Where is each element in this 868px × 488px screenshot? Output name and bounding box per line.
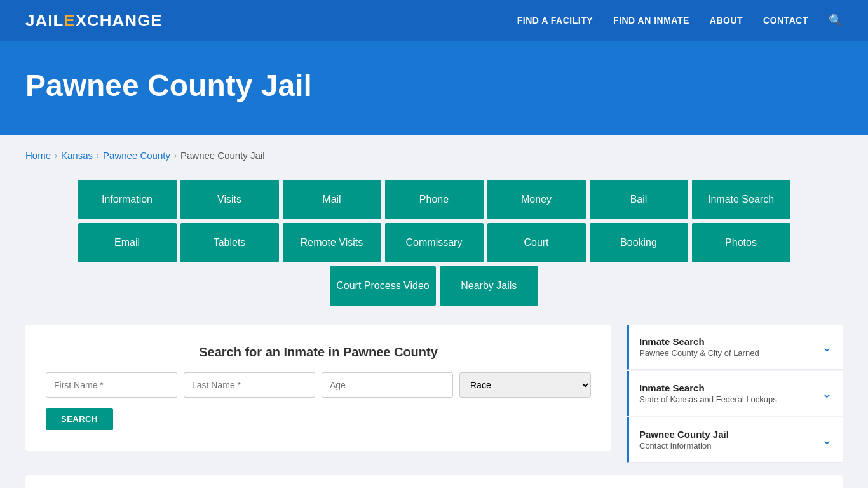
sidebar-item-1-sub: Pawnee County & City of Larned [639, 348, 759, 358]
nav-find-inmate[interactable]: FIND AN INMATE [613, 15, 689, 25]
sidebar-item-3-sub: Contact Information [639, 441, 729, 451]
logo-xchange: XCHANGE [76, 11, 163, 30]
sidebar-item-3-title: Pawnee County Jail [639, 429, 729, 440]
race-select[interactable]: Race White Black Hispanic Asian Other [459, 372, 591, 398]
breadcrumb-sep-3: › [174, 151, 177, 160]
btn-nearby-jails[interactable]: Nearby Jails [440, 266, 538, 306]
header-search-button[interactable]: 🔍 [829, 13, 843, 27]
chevron-down-icon-1: ⌄ [822, 339, 832, 355]
breadcrumb-pawnee-county[interactable]: Pawnee County [103, 150, 170, 161]
nav-about[interactable]: ABOUT [710, 15, 743, 25]
sidebar: Inmate Search Pawnee County & City of La… [627, 325, 843, 463]
logo-ex: E [64, 11, 75, 30]
chevron-down-icon-3: ⌄ [822, 432, 832, 447]
btn-court[interactable]: Court [487, 223, 586, 262]
sidebar-item-2-sub: State of Kansas and Federal Lockups [639, 395, 777, 404]
breadcrumb-home[interactable]: Home [25, 150, 51, 161]
btn-information[interactable]: Information [78, 180, 177, 219]
sidebar-item-3[interactable]: Pawnee County Jail Contact Information ⌄ [627, 417, 843, 463]
grid-row-1: Information Visits Mail Phone Money Bail… [78, 180, 790, 219]
page-title: Pawnee County Jail [25, 68, 843, 103]
category-grid: Information Visits Mail Phone Money Bail… [25, 180, 843, 306]
header: JAILEXCHANGE FIND A FACILITY FIND AN INM… [0, 0, 868, 41]
main-nav: FIND A FACILITY FIND AN INMATE ABOUT CON… [517, 13, 843, 27]
breadcrumb-kansas[interactable]: Kansas [61, 150, 93, 161]
nav-contact[interactable]: CONTACT [763, 15, 808, 25]
btn-phone[interactable]: Phone [385, 180, 484, 219]
chevron-down-icon-2: ⌄ [822, 386, 832, 401]
first-name-input[interactable] [46, 372, 177, 398]
sidebar-item-2-title: Inmate Search [639, 383, 777, 393]
btn-remote-visits[interactable]: Remote Visits [283, 223, 381, 262]
sidebar-item-1[interactable]: Inmate Search Pawnee County & City of La… [627, 325, 843, 370]
btn-inmate-search[interactable]: Inmate Search [692, 180, 790, 219]
breadcrumb: Home › Kansas › Pawnee County › Pawnee C… [25, 150, 843, 161]
btn-bail[interactable]: Bail [590, 180, 688, 219]
logo: JAILEXCHANGE [25, 11, 163, 30]
btn-tablets[interactable]: Tablets [180, 223, 279, 262]
content-area: Home › Kansas › Pawnee County › Pawnee C… [0, 135, 868, 488]
search-fields: Race White Black Hispanic Asian Other [46, 372, 591, 398]
inmate-search-box: Search for an Inmate in Pawnee County Ra… [25, 325, 611, 451]
main-layout: Search for an Inmate in Pawnee County Ra… [25, 325, 843, 463]
last-name-input[interactable] [184, 372, 315, 398]
nav-find-facility[interactable]: FIND A FACILITY [517, 15, 593, 25]
grid-row-3: Court Process Video Nearby Jails [330, 266, 538, 306]
bottom-section: Pawnee County Jail Information [25, 475, 843, 488]
breadcrumb-sep-2: › [97, 151, 99, 160]
btn-mail[interactable]: Mail [283, 180, 381, 219]
btn-commissary[interactable]: Commissary [385, 223, 484, 262]
search-title: Search for an Inmate in Pawnee County [46, 345, 591, 360]
btn-court-process-video[interactable]: Court Process Video [330, 266, 435, 306]
btn-booking[interactable]: Booking [590, 223, 688, 262]
grid-row-2: Email Tablets Remote Visits Commissary C… [78, 223, 790, 262]
logo-jail: JAIL [25, 11, 64, 30]
btn-photos[interactable]: Photos [692, 223, 790, 262]
breadcrumb-sep-1: › [55, 151, 57, 160]
btn-money[interactable]: Money [487, 180, 586, 219]
hero-section: Pawnee County Jail [0, 43, 868, 135]
search-button[interactable]: SEARCH [46, 408, 113, 430]
sidebar-item-2[interactable]: Inmate Search State of Kansas and Federa… [627, 371, 843, 416]
btn-email[interactable]: Email [78, 223, 177, 262]
breadcrumb-current: Pawnee County Jail [180, 150, 265, 161]
age-input[interactable] [322, 372, 453, 398]
sidebar-item-1-title: Inmate Search [639, 336, 759, 347]
btn-visits[interactable]: Visits [180, 180, 279, 219]
